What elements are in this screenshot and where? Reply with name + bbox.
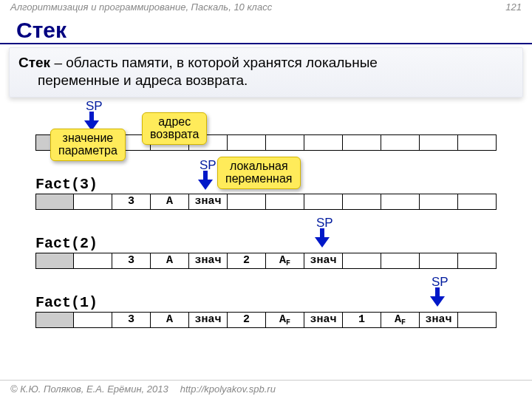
footer-url: http://kpolyakov.spb.ru — [180, 383, 276, 395]
svg-marker-3 — [198, 180, 213, 190]
stack-cell — [228, 194, 266, 210]
svg-rect-0 — [89, 112, 94, 122]
arrow-down-icon — [430, 288, 445, 306]
stack-cell: 2 — [228, 312, 266, 328]
stack-cell: 2 — [228, 253, 266, 269]
stack-cell: знач — [189, 253, 228, 269]
stack-cell: 1 — [343, 312, 381, 328]
stack-cell: AF — [266, 312, 304, 328]
stack-cell — [266, 134, 304, 151]
stack-cell — [35, 194, 74, 210]
stack-cell: знач — [420, 312, 458, 328]
stack-cell — [35, 312, 74, 328]
copyright: © К.Ю. Поляков, Е.А. Ерёмин, 2013 — [10, 383, 168, 395]
stack-cell — [304, 194, 343, 210]
callout-param: значение параметра — [50, 129, 126, 161]
definition-box: Стек – область памяти, в которой хранятс… — [9, 47, 523, 98]
svg-marker-5 — [315, 237, 330, 248]
arrow-down-icon — [84, 112, 99, 130]
diagram-area: SP значение параметра адрес возврата лок… — [0, 98, 532, 103]
stack-cell — [420, 134, 458, 151]
svg-marker-7 — [430, 296, 445, 307]
footer: © К.Ю. Поляков, Е.А. Ерёмин, 2013 http:/… — [0, 380, 532, 399]
definition-line1: область памяти, в которой хранятся локал… — [66, 55, 378, 70]
stack-cell: 3 — [112, 253, 151, 269]
stack-cell: 3 — [112, 194, 151, 210]
stack-cell — [420, 253, 458, 269]
arrow-down-icon — [198, 171, 213, 189]
stack-cell — [74, 312, 112, 328]
stack-cell — [343, 253, 381, 269]
svg-rect-4 — [320, 228, 324, 239]
stack-row-2: 3 A знач 2 AF знач — [35, 253, 497, 269]
stack-cell — [35, 253, 74, 269]
stack-cell: A — [151, 253, 189, 269]
stack-cell: AF — [381, 312, 420, 328]
page-title: Стек — [0, 16, 532, 44]
stack-cell: 3 — [112, 312, 151, 328]
page-number: 121 — [505, 1, 522, 16]
stack-cell — [458, 194, 497, 210]
call-fact1: Fact(1) — [35, 294, 98, 311]
stack-cell — [343, 194, 381, 210]
call-fact3: Fact(3) — [35, 176, 98, 193]
svg-rect-2 — [203, 171, 208, 181]
stack-cell — [420, 194, 458, 210]
callout-local-var: локальная переменная — [217, 157, 301, 189]
stack-cell: знач — [189, 194, 228, 210]
stack-cell — [228, 134, 266, 151]
stack-cell — [74, 194, 112, 210]
stack-cell — [458, 312, 497, 328]
stack-cell — [343, 134, 381, 151]
stack-cell: знач — [189, 312, 228, 328]
stack-row-1: 3 A знач — [35, 194, 497, 210]
stack-cell — [381, 194, 420, 210]
stack-cell — [266, 194, 304, 210]
stack-cell: A — [151, 312, 189, 328]
stack-cell — [304, 134, 343, 151]
stack-cell — [458, 134, 497, 151]
definition-keyword: Стек — [18, 55, 50, 70]
stack-cell — [74, 253, 112, 269]
definition-dash: – — [50, 55, 66, 70]
callout-return-addr: адрес возврата — [142, 112, 207, 145]
svg-rect-6 — [435, 287, 440, 298]
call-fact2: Fact(2) — [35, 235, 98, 252]
stack-cell — [458, 253, 497, 269]
stack-row-3: 3 A знач 2 AF знач 1 AF знач — [35, 312, 497, 328]
stack-cell: A — [151, 194, 189, 210]
stack-cell: знач — [304, 253, 343, 269]
stack-cell — [381, 253, 420, 269]
stack-cell: AF — [266, 253, 304, 269]
definition-line2: переменные и адреса возврата. — [18, 72, 514, 89]
stack-cell: знач — [304, 312, 343, 328]
arrow-down-icon — [315, 229, 330, 247]
course-name: Алгоритмизация и программирование, Паска… — [10, 1, 272, 16]
stack-cell — [381, 134, 420, 151]
